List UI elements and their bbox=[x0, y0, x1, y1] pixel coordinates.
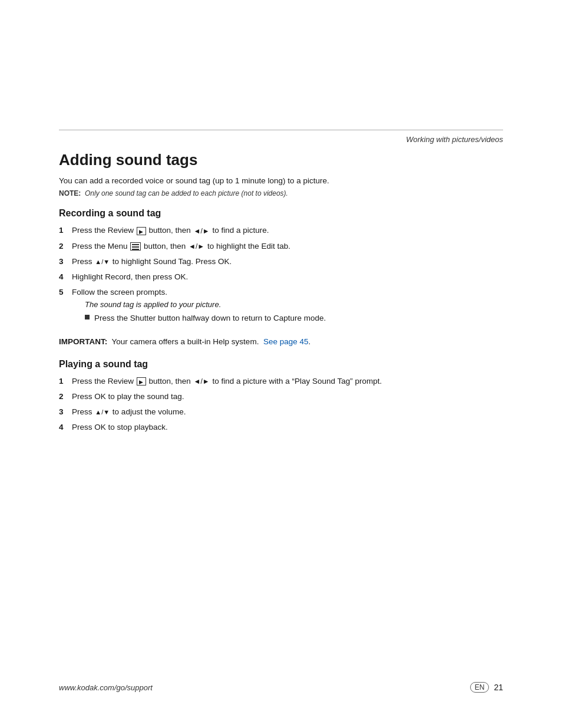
step-num-2: 2 bbox=[59, 241, 72, 252]
bullet-icon bbox=[85, 315, 90, 319]
recording-step-2: 2 Press the Menu button, then ◄/► to hig… bbox=[59, 241, 503, 252]
footer: www.kodak.com/go/support EN 21 bbox=[0, 682, 562, 693]
header-rule bbox=[59, 130, 503, 130]
updown-icon-1: ▲/▼ bbox=[95, 257, 110, 267]
step-3-content: Press ▲/▼ to highlight Sound Tag. Press … bbox=[72, 256, 503, 268]
recording-step-3: 3 Press ▲/▼ to highlight Sound Tag. Pres… bbox=[59, 256, 503, 268]
nav-icon-2: ◄/► bbox=[189, 241, 204, 252]
step-5-content: Follow the screen prompts. The sound tag… bbox=[72, 286, 503, 328]
note-label: NOTE: bbox=[59, 189, 81, 197]
updown-icon-2: ▲/▼ bbox=[95, 407, 110, 417]
step-num-5: 5 bbox=[59, 286, 72, 298]
step-1-content: Press the Review ▶ button, then ◄/► to f… bbox=[72, 225, 503, 236]
play-step-num-1: 1 bbox=[59, 375, 72, 387]
step-num-3: 3 bbox=[59, 256, 72, 268]
play-step-num-3: 3 bbox=[59, 406, 72, 418]
lang-badge: EN bbox=[470, 682, 490, 693]
play-review-icon: ▶ bbox=[137, 377, 146, 386]
page-title: Adding sound tags bbox=[59, 151, 503, 169]
play-step-2-content: Press OK to play the sound tag. bbox=[72, 391, 503, 403]
important-link[interactable]: See page 45 bbox=[263, 337, 309, 346]
top-section: Working with pictures/videos Adding soun… bbox=[0, 0, 562, 434]
bullet-text: Press the Shutter button halfway down to… bbox=[94, 312, 326, 324]
review-icon: ▶ bbox=[137, 227, 146, 235]
play-step-3-content: Press ▲/▼ to adjust the volume. bbox=[72, 406, 503, 418]
section-label: Working with pictures/videos bbox=[59, 135, 503, 144]
recording-step-1: 1 Press the Review ▶ button, then ◄/► to… bbox=[59, 225, 503, 236]
step-5-text: Follow the screen prompts. bbox=[72, 288, 167, 297]
play-step-num-2: 2 bbox=[59, 391, 72, 403]
play-step-4-content: Press OK to stop playback. bbox=[72, 421, 503, 433]
important-line: IMPORTANT: Your camera offers a built-in… bbox=[59, 336, 503, 348]
step-5-italic: The sound tag is applied to your picture… bbox=[85, 299, 503, 311]
playing-step-2: 2 Press OK to play the sound tag. bbox=[59, 391, 503, 403]
important-label: IMPORTANT: bbox=[59, 337, 107, 346]
play-nav-icon-1: ◄/► bbox=[194, 376, 210, 387]
step-2-content: Press the Menu button, then ◄/► to highl… bbox=[72, 241, 503, 252]
step-5-bullet: Press the Shutter button halfway down to… bbox=[85, 312, 503, 324]
page-container: Working with pictures/videos Adding soun… bbox=[0, 0, 562, 728]
note-content: Only one sound tag can be added to each … bbox=[85, 189, 288, 197]
nav-icon-1: ◄/► bbox=[194, 226, 210, 236]
page-number: 21 bbox=[494, 683, 503, 692]
play-step-num-4: 4 bbox=[59, 421, 72, 433]
recording-steps-list: 1 Press the Review ▶ button, then ◄/► to… bbox=[59, 225, 503, 328]
footer-right: EN 21 bbox=[470, 682, 503, 693]
intro-text: You can add a recorded voice or sound ta… bbox=[59, 175, 503, 187]
playing-step-4: 4 Press OK to stop playback. bbox=[59, 421, 503, 433]
recording-step-4: 4 Highlight Record, then press OK. bbox=[59, 271, 503, 283]
step-4-content: Highlight Record, then press OK. bbox=[72, 271, 503, 283]
footer-url: www.kodak.com/go/support bbox=[59, 683, 153, 692]
recording-step-5: 5 Follow the screen prompts. The sound t… bbox=[59, 286, 503, 328]
important-text: Your camera offers a built-in Help syste… bbox=[112, 337, 259, 346]
playing-section-title: Playing a sound tag bbox=[59, 359, 503, 370]
playing-step-1: 1 Press the Review ▶ button, then ◄/► to… bbox=[59, 375, 503, 387]
play-step-1-content: Press the Review ▶ button, then ◄/► to f… bbox=[72, 375, 503, 387]
playing-step-3: 3 Press ▲/▼ to adjust the volume. bbox=[59, 406, 503, 418]
playing-steps-list: 1 Press the Review ▶ button, then ◄/► to… bbox=[59, 375, 503, 434]
recording-section-title: Recording a sound tag bbox=[59, 208, 503, 219]
note-text: NOTE: Only one sound tag can be added to… bbox=[59, 189, 503, 197]
step-num-4: 4 bbox=[59, 271, 72, 283]
menu-icon bbox=[130, 242, 141, 251]
step-num-1: 1 bbox=[59, 225, 72, 236]
